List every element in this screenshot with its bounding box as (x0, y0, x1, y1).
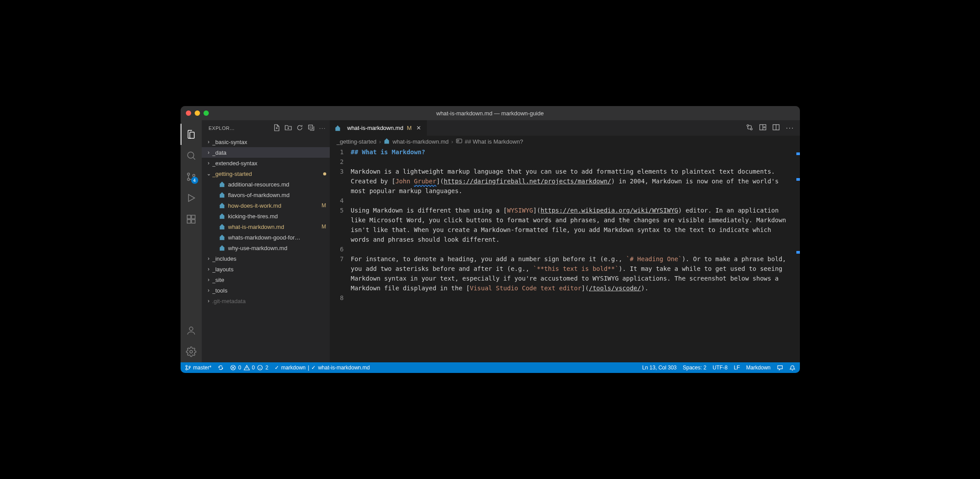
folder-tree-item[interactable]: ›_basic-syntax (202, 137, 330, 147)
line-number (330, 264, 344, 274)
compare-changes-icon[interactable] (746, 124, 753, 133)
code-line[interactable]: Markdown is a lightweight markup languag… (351, 167, 793, 196)
line-number-gutter: 12345678 (330, 147, 351, 362)
overview-ruler[interactable] (794, 147, 800, 362)
line-number: 8 (330, 293, 344, 303)
breadcrumbs[interactable]: _getting-started › what-is-markdown.md ›… (330, 136, 800, 147)
file-tree-item[interactable]: why-use-markdown.md (202, 243, 330, 253)
notifications-icon[interactable] (789, 365, 795, 371)
extensions-icon[interactable] (181, 209, 202, 230)
file-tree-item[interactable]: what-is-markdown.mdM (202, 221, 330, 232)
tree-item-label: whats-markdown-good-for… (228, 234, 326, 241)
folder-tree-item[interactable]: ›_site (202, 274, 330, 285)
line-number: 6 (330, 244, 344, 254)
split-editor-icon[interactable] (773, 124, 780, 133)
file-tree-item[interactable]: flavors-of-markdown.md (202, 190, 330, 200)
editor-group: what-is-markdown.md M ✕ ··· _getting-sta… (330, 120, 800, 362)
chevron-right-icon[interactable]: › (205, 287, 212, 293)
markdown-file-icon (219, 234, 226, 241)
chevron-right-icon[interactable]: › (205, 139, 212, 145)
chevron-right-icon[interactable]: › (205, 149, 212, 156)
maximize-window-button[interactable] (204, 110, 209, 116)
git-branch-status[interactable]: master* (185, 365, 211, 371)
source-control-icon[interactable]: 4 (181, 166, 202, 187)
sync-status[interactable] (218, 365, 224, 371)
indentation-status[interactable]: Spaces: 2 (683, 365, 706, 371)
code-line[interactable]: For instance, to denote a heading, you a… (351, 254, 793, 293)
language-mode-status[interactable]: Markdown (746, 365, 770, 371)
file-tree-item[interactable]: whats-markdown-good-for… (202, 232, 330, 243)
chevron-right-icon[interactable]: › (205, 255, 212, 262)
svg-rect-5 (187, 220, 191, 223)
lint-status[interactable]: ✓ markdown | ✓ what-is-markdown.md (275, 365, 370, 371)
symbol-icon (456, 138, 462, 145)
breadcrumb-file[interactable]: what-is-markdown.md (392, 138, 449, 145)
line-number (330, 283, 344, 293)
chevron-right-icon[interactable]: › (205, 266, 212, 272)
markdown-file-icon (219, 244, 226, 251)
svg-point-8 (189, 327, 193, 331)
problems-status[interactable]: 0 0 2 (230, 365, 268, 371)
file-tree-item[interactable]: additional-resources.md (202, 179, 330, 190)
chevron-right-icon[interactable]: › (205, 160, 212, 166)
code-line[interactable]: ## What is Markdown? (351, 147, 793, 157)
breadcrumb-folder[interactable]: _getting-started (337, 138, 377, 145)
window-controls (181, 110, 209, 116)
open-preview-icon[interactable] (759, 124, 766, 133)
explorer-icon[interactable] (181, 124, 202, 145)
markdown-file-icon (219, 223, 226, 230)
branch-name: master* (193, 365, 211, 371)
folder-tree-item[interactable]: ⌄_getting-started (202, 168, 330, 179)
svg-point-11 (747, 125, 749, 126)
code-line[interactable] (351, 293, 793, 303)
text-editor[interactable]: 12345678 ## What is Markdown?Markdown is… (330, 147, 800, 362)
modified-badge: M (322, 202, 326, 209)
code-line[interactable] (351, 157, 793, 167)
encoding-status[interactable]: UTF-8 (712, 365, 727, 371)
markdown-file-icon (219, 202, 226, 209)
run-debug-icon[interactable] (181, 187, 202, 209)
folder-tree-item[interactable]: ›_tools (202, 285, 330, 296)
refresh-icon[interactable] (296, 124, 303, 132)
line-number (330, 186, 344, 196)
feedback-icon[interactable] (777, 365, 783, 371)
settings-gear-icon[interactable] (181, 341, 202, 362)
new-folder-icon[interactable] (285, 124, 292, 132)
folder-tree-item[interactable]: ›_layouts (202, 264, 330, 274)
folder-tree-item[interactable]: ›_extended-syntax (202, 158, 330, 168)
minimize-window-button[interactable] (195, 110, 200, 116)
new-file-icon[interactable] (273, 124, 280, 132)
code-line[interactable]: Using Markdown is different than using a… (351, 205, 793, 244)
code-content[interactable]: ## What is Markdown?Markdown is a lightw… (351, 147, 800, 362)
code-line[interactable] (351, 196, 793, 205)
accounts-icon[interactable] (181, 320, 202, 341)
tree-item-label: kicking-the-tires.md (228, 213, 326, 220)
close-window-button[interactable] (186, 110, 191, 116)
window-title: what-is-markdown.md — markdown-guide (181, 110, 800, 117)
chevron-right-icon[interactable]: › (205, 277, 212, 283)
more-icon[interactable]: ··· (319, 125, 326, 131)
tree-item-label: _includes (212, 255, 326, 262)
collapse-all-icon[interactable] (308, 124, 315, 132)
eol-status[interactable]: LF (734, 365, 740, 371)
editor-tab[interactable]: what-is-markdown.md M ✕ (330, 120, 427, 136)
file-tree-item[interactable]: how-does-it-work.mdM (202, 200, 330, 211)
code-line[interactable] (351, 244, 793, 254)
cursor-position-status[interactable]: Ln 13, Col 303 (642, 365, 677, 371)
svg-rect-4 (187, 215, 191, 219)
svg-point-0 (188, 152, 194, 158)
breadcrumb-symbol[interactable]: ## What is Markdown? (465, 138, 523, 145)
chevron-right-icon[interactable]: › (205, 298, 212, 304)
search-icon[interactable] (181, 145, 202, 166)
file-tree-item[interactable]: kicking-the-tires.md (202, 211, 330, 221)
line-number: 7 (330, 254, 344, 264)
folder-tree-item[interactable]: ›_includes (202, 253, 330, 264)
chevron-down-icon[interactable]: ⌄ (205, 171, 212, 177)
more-actions-icon[interactable]: ··· (786, 124, 794, 132)
svg-point-1 (187, 173, 189, 175)
file-tree[interactable]: ›_basic-syntax›_data›_extended-syntax⌄_g… (202, 136, 330, 362)
svg-point-18 (185, 369, 187, 370)
folder-tree-item[interactable]: ›.git-metadata (202, 296, 330, 306)
folder-tree-item[interactable]: ›_data (202, 147, 330, 158)
close-tab-icon[interactable]: ✕ (415, 125, 422, 131)
